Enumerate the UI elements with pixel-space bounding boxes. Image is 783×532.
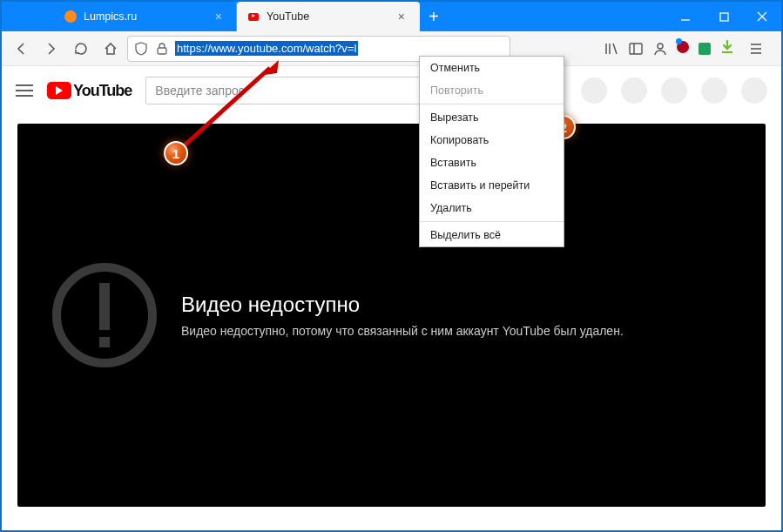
video-error-message: Видео недоступно, потому что связанный с… bbox=[181, 324, 624, 338]
menu-redo: Повторить bbox=[420, 79, 564, 102]
close-icon[interactable]: × bbox=[212, 10, 226, 24]
skeleton-circle bbox=[661, 77, 687, 104]
browser-toolbar: https://www.youtube.com/watch?v=l bbox=[2, 31, 781, 66]
youtube-play-icon bbox=[47, 82, 71, 99]
close-icon[interactable]: × bbox=[395, 10, 408, 24]
youtube-header: YouTube Введите запрос bbox=[2, 66, 781, 115]
svg-line-16 bbox=[178, 68, 270, 152]
minimize-button[interactable] bbox=[666, 2, 705, 31]
tab-strip: Lumpics.ru × YouTube × + bbox=[2, 2, 666, 31]
menu-select-all[interactable]: Выделить всё bbox=[420, 224, 564, 246]
skeleton-circle bbox=[621, 77, 647, 104]
menu-undo[interactable]: Отменить bbox=[420, 57, 564, 79]
svg-rect-11 bbox=[699, 43, 711, 55]
callout-badge-1: 1 bbox=[164, 141, 188, 165]
account-icon[interactable] bbox=[652, 41, 668, 57]
new-tab-button[interactable]: + bbox=[420, 2, 448, 31]
lock-icon bbox=[154, 41, 170, 57]
svg-point-10 bbox=[658, 44, 663, 49]
extension-download-icon[interactable] bbox=[720, 40, 734, 57]
window-close-button[interactable] bbox=[743, 2, 781, 31]
favicon-youtube bbox=[247, 10, 260, 23]
header-skeleton bbox=[581, 77, 767, 104]
extension-translate-icon[interactable] bbox=[698, 42, 712, 56]
extension-ublock-icon[interactable] bbox=[677, 41, 689, 57]
maximize-button[interactable] bbox=[705, 2, 743, 31]
menu-separator bbox=[420, 104, 564, 104]
forward-button[interactable] bbox=[38, 36, 64, 62]
video-player-area: Видео недоступно Видео недоступно, потом… bbox=[17, 124, 766, 507]
youtube-brand-text: YouTube bbox=[73, 82, 132, 100]
skeleton-circle bbox=[741, 77, 767, 104]
hamburger-icon[interactable] bbox=[16, 84, 33, 97]
tab-youtube[interactable]: YouTube × bbox=[237, 2, 420, 31]
error-exclamation-icon bbox=[52, 263, 157, 367]
video-error-title: Видео недоступно bbox=[181, 293, 624, 317]
menu-paste[interactable]: Вставить bbox=[420, 152, 564, 174]
tab-label: YouTube bbox=[267, 10, 309, 23]
menu-paste-go[interactable]: Вставить и перейти bbox=[420, 174, 564, 197]
svg-rect-12 bbox=[722, 51, 732, 53]
reload-button[interactable] bbox=[68, 36, 94, 62]
favicon-lumpics bbox=[64, 10, 77, 23]
url-selected-text: https://www.youtube.com/watch?v=l bbox=[175, 41, 358, 56]
addressbar-context-menu: Отменить Повторить Вырезать Копировать В… bbox=[419, 56, 564, 247]
shield-icon bbox=[133, 41, 149, 57]
toolbar-right bbox=[604, 36, 774, 62]
sidebar-icon[interactable] bbox=[628, 41, 644, 57]
svg-rect-8 bbox=[630, 44, 642, 54]
tab-label: Lumpics.ru bbox=[84, 10, 137, 23]
svg-rect-1 bbox=[720, 13, 728, 21]
svg-line-7 bbox=[613, 44, 617, 54]
svg-marker-17 bbox=[265, 60, 279, 75]
home-button[interactable] bbox=[98, 36, 124, 62]
menu-copy[interactable]: Копировать bbox=[420, 129, 564, 152]
video-error-text: Видео недоступно Видео недоступно, потом… bbox=[181, 293, 624, 338]
youtube-logo[interactable]: YouTube bbox=[47, 82, 132, 100]
callout-arrow bbox=[167, 56, 289, 160]
skeleton-circle bbox=[701, 77, 727, 104]
back-button[interactable] bbox=[9, 36, 35, 62]
skeleton-circle bbox=[581, 77, 607, 104]
titlebar: Lumpics.ru × YouTube × + bbox=[2, 2, 781, 31]
menu-separator bbox=[420, 221, 564, 222]
library-icon[interactable] bbox=[604, 41, 619, 57]
menu-delete[interactable]: Удалить bbox=[420, 197, 564, 219]
window-controls bbox=[666, 2, 781, 31]
tab-lumpics[interactable]: Lumpics.ru × bbox=[54, 2, 237, 31]
menu-cut[interactable]: Вырезать bbox=[420, 106, 564, 129]
app-menu-button[interactable] bbox=[743, 36, 769, 62]
browser-window: Lumpics.ru × YouTube × + bbox=[0, 0, 783, 532]
svg-rect-4 bbox=[158, 48, 166, 54]
